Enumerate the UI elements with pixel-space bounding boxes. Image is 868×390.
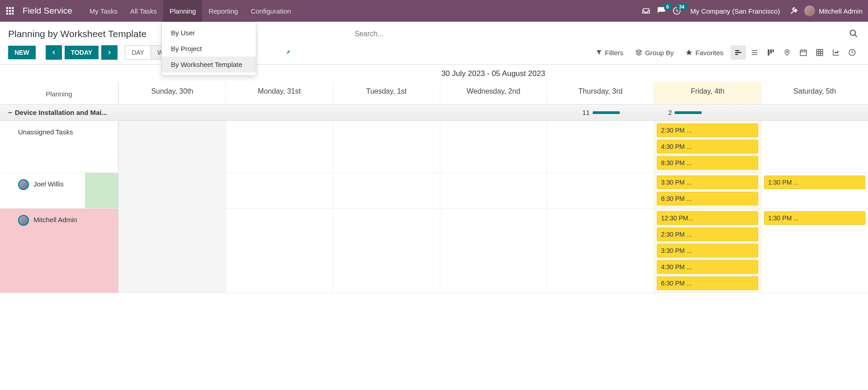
gantt-cell[interactable]: [333, 209, 440, 293]
app-brand[interactable]: Field Service: [23, 6, 72, 16]
gantt-side-header: Planning: [0, 82, 118, 104]
next-button[interactable]: [101, 45, 118, 60]
gantt-cell[interactable]: [440, 173, 547, 208]
group-collapse-icon[interactable]: −: [0, 109, 15, 116]
task-pill[interactable]: 1:30 PM ...: [764, 211, 865, 225]
day-header: Wednesday, 2nd: [440, 82, 547, 104]
nav-item-reporting[interactable]: Reporting: [202, 0, 244, 22]
gantt-cell[interactable]: [226, 209, 333, 293]
view-calendar-icon[interactable]: [796, 45, 811, 60]
nav-item-all-tasks[interactable]: All Tasks: [124, 0, 163, 22]
user-avatar-icon: [18, 215, 29, 226]
group-bar-icon: [675, 111, 702, 114]
task-pill[interactable]: 12:30 PM...: [657, 211, 758, 225]
user-avatar-icon: [804, 5, 815, 16]
gantt-cell[interactable]: [547, 209, 654, 293]
gantt-cell[interactable]: 1:30 PM ...: [761, 173, 868, 208]
gantt-cell[interactable]: [547, 173, 654, 208]
task-pill[interactable]: 6:30 PM ...: [657, 276, 758, 290]
gantt-cell[interactable]: [761, 121, 868, 172]
task-pill[interactable]: 6:30 PM ...: [657, 192, 758, 205]
groupby-label: Group By: [645, 49, 674, 57]
gantt-header: 30 July 2023 - 05 August 2023 Planning S…: [0, 64, 868, 105]
view-list-icon[interactable]: [747, 45, 762, 60]
svg-rect-18: [768, 49, 769, 56]
user-menu[interactable]: Mitchell Admin: [804, 5, 863, 16]
apps-icon[interactable]: [5, 6, 14, 15]
nav-item-my-tasks[interactable]: My Tasks: [83, 0, 124, 22]
gantt-cell[interactable]: [118, 173, 226, 208]
toolbar: NEW TODAY DAYWEEK Filters Group By Favor…: [0, 43, 868, 64]
prev-button[interactable]: [46, 45, 62, 60]
task-pill[interactable]: 2:30 PM ...: [657, 228, 758, 241]
day-header: Tuesday, 1st: [333, 82, 440, 104]
day-header: Thursday, 3rd: [547, 82, 654, 104]
nav-item-configuration[interactable]: Configuration: [244, 0, 297, 22]
dropdown-item-by-project[interactable]: By Project: [162, 41, 256, 57]
gantt-row: Joel Willis3:30 PM ...6:30 PM ...1:30 PM…: [0, 173, 868, 209]
activities-badge: 34: [677, 4, 687, 10]
nav-item-planning[interactable]: Planning: [163, 0, 202, 22]
task-pill[interactable]: 3:30 PM ...: [657, 176, 758, 189]
svg-point-10: [850, 30, 856, 36]
settings-icon[interactable]: [789, 6, 798, 15]
view-map-icon[interactable]: [779, 45, 795, 60]
gantt-cell[interactable]: [440, 209, 547, 293]
gantt-cell[interactable]: [333, 173, 440, 208]
tray-icon[interactable]: [642, 6, 651, 15]
view-pivot-icon[interactable]: [812, 45, 827, 60]
row-label: Unassigned Tasks: [18, 127, 73, 136]
task-pill[interactable]: 1:30 PM ...: [764, 176, 865, 189]
gantt-cell[interactable]: [440, 121, 547, 172]
activities-icon[interactable]: 34: [672, 6, 681, 15]
top-nav: Field Service My TasksAll TasksPlanningR…: [0, 0, 868, 22]
pin-icon[interactable]: [285, 49, 292, 56]
search-input[interactable]: [354, 27, 847, 41]
gantt-cell[interactable]: [118, 121, 226, 172]
gantt-cell[interactable]: 3:30 PM ...6:30 PM ...: [654, 173, 761, 208]
task-pill[interactable]: 4:30 PM ...: [657, 140, 758, 153]
svg-rect-20: [773, 49, 774, 52]
groupby-button[interactable]: Group By: [631, 47, 678, 58]
gantt-cell[interactable]: [226, 173, 333, 208]
view-gantt-icon[interactable]: [731, 45, 746, 60]
company-selector[interactable]: My Company (San Francisco): [688, 7, 783, 15]
new-button[interactable]: NEW: [8, 46, 36, 59]
header: Planning by Worksheet Template: [0, 22, 868, 43]
svg-rect-13: [735, 52, 741, 53]
task-pill[interactable]: 8:30 PM ...: [657, 156, 758, 170]
gantt-cell[interactable]: [118, 209, 226, 293]
gantt-cell[interactable]: 1:30 PM ...: [761, 209, 868, 293]
svg-point-21: [786, 51, 788, 52]
search-icon[interactable]: [847, 27, 860, 41]
gantt-cell[interactable]: 2:30 PM ...4:30 PM ...8:30 PM ...: [654, 121, 761, 172]
page-title: Planning by Worksheet Template: [8, 29, 146, 39]
svg-rect-3: [6, 10, 8, 12]
view-graph-icon[interactable]: [828, 45, 844, 60]
group-row: − Device Installation and Mai...112: [0, 105, 868, 121]
view-activity-icon[interactable]: [844, 45, 860, 60]
svg-rect-1: [9, 7, 11, 9]
task-pill[interactable]: 4:30 PM ...: [657, 260, 758, 274]
messages-icon[interactable]: 6: [657, 6, 666, 15]
gantt-cell[interactable]: 12:30 PM...2:30 PM ...3:30 PM ...4:30 PM…: [654, 209, 761, 293]
planning-dropdown: By UserBy ProjectBy Worksheet Template: [161, 22, 256, 76]
svg-line-11: [855, 35, 857, 37]
gantt-cell[interactable]: [547, 121, 654, 172]
task-pill[interactable]: 3:30 PM ...: [657, 244, 758, 257]
svg-rect-19: [770, 49, 772, 53]
today-button[interactable]: TODAY: [65, 46, 99, 59]
dropdown-item-by-worksheet-template[interactable]: By Worksheet Template: [162, 57, 256, 72]
range-day[interactable]: DAY: [125, 45, 151, 60]
filters-button[interactable]: Filters: [591, 47, 628, 58]
favorites-button[interactable]: Favorites: [681, 47, 728, 58]
svg-rect-14: [735, 54, 738, 55]
gantt-cell[interactable]: [226, 121, 333, 172]
view-kanban-icon[interactable]: [763, 45, 778, 60]
dropdown-item-by-user[interactable]: By User: [162, 25, 256, 41]
task-pill[interactable]: 2:30 PM ...: [657, 124, 758, 137]
group-meta: 2: [668, 109, 702, 116]
view-switcher: [731, 45, 860, 60]
gantt-body: − Device Installation and Mai...112Unass…: [0, 105, 868, 293]
gantt-cell[interactable]: [333, 121, 440, 172]
